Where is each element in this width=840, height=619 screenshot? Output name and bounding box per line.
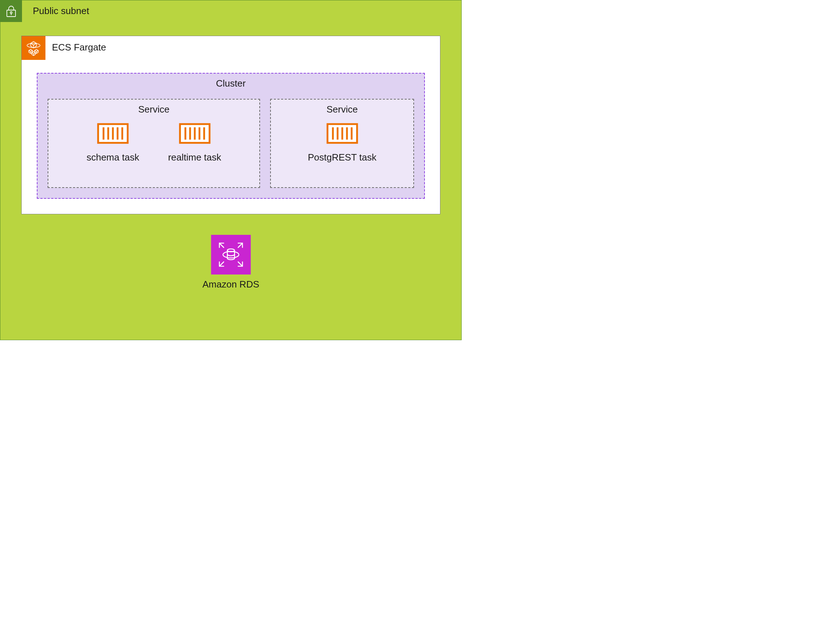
service-group: Service bbox=[48, 99, 260, 188]
task-label: PostgREST task bbox=[308, 152, 377, 163]
service-group: Service bbox=[270, 99, 414, 188]
task: PostgREST task bbox=[308, 123, 377, 163]
ecs-fargate-group: ECS Fargate Cluster Service bbox=[21, 36, 440, 214]
fargate-label: ECS Fargate bbox=[52, 42, 106, 53]
container-icon bbox=[179, 123, 211, 144]
task-label: schema task bbox=[87, 152, 139, 163]
subnet-label: Public subnet bbox=[33, 5, 89, 16]
svg-point-24 bbox=[227, 249, 235, 252]
container-icon bbox=[97, 123, 129, 144]
service-label: Service bbox=[326, 104, 358, 115]
task: schema task bbox=[87, 123, 139, 163]
cluster-label: Cluster bbox=[37, 78, 424, 89]
task: realtime task bbox=[168, 123, 221, 163]
service-label: Service bbox=[138, 104, 169, 115]
public-subnet-group: Public subnet ECS Fargate Cluster bbox=[0, 0, 462, 340]
amazon-rds-group: Amazon RDS bbox=[202, 235, 259, 290]
rds-label: Amazon RDS bbox=[202, 279, 259, 290]
services-row: Service bbox=[48, 99, 414, 188]
svg-point-1 bbox=[10, 12, 12, 14]
svg-point-23 bbox=[223, 251, 239, 258]
container-icon bbox=[326, 123, 358, 144]
rds-icon bbox=[211, 235, 251, 275]
cluster-group: Cluster Service bbox=[37, 73, 425, 199]
lock-icon bbox=[0, 0, 22, 22]
containers-icon bbox=[22, 36, 45, 60]
task-label: realtime task bbox=[168, 152, 221, 163]
